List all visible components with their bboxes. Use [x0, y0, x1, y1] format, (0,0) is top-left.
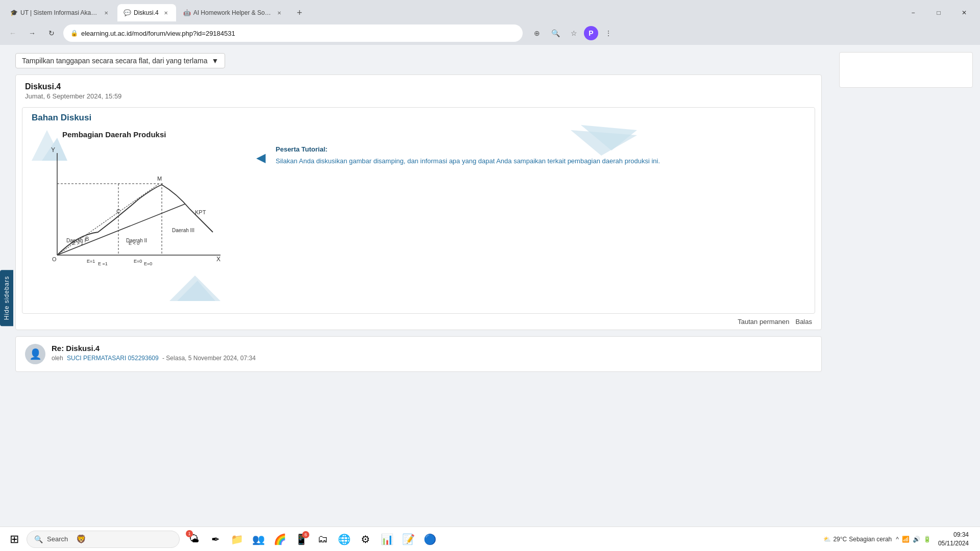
- taskbar-app-explorer[interactable]: 📁: [227, 529, 247, 549]
- taskbar-app-edge[interactable]: 🌐: [334, 529, 354, 549]
- dropdown-arrow-icon: ▼: [211, 57, 218, 65]
- taskbar-app-word[interactable]: 📝: [398, 529, 419, 549]
- arrow-icon: ◀: [256, 151, 265, 276]
- wifi-icon[interactable]: 📶: [902, 536, 910, 543]
- taskbar-app-excel[interactable]: 📊: [377, 529, 397, 549]
- maximize-button[interactable]: □: [927, 5, 950, 20]
- svg-text:E=0: E=0: [134, 259, 142, 264]
- start-button[interactable]: ⊞: [4, 529, 24, 549]
- main-content: Tampilkan tanggapan secara secara flat, …: [0, 45, 832, 551]
- tab-ut-sistem[interactable]: 🎓 UT | Sistem Informasi Akademik ✕: [4, 4, 116, 21]
- taskbar-app-widgets[interactable]: 🌤 1: [184, 529, 204, 549]
- tab-diskusi4[interactable]: 💬 Diskusi.4 ✕: [117, 4, 176, 21]
- lock-icon: 🔒: [70, 30, 78, 37]
- page-content: Hide sidebars Tampilkan tanggapan secara…: [0, 45, 980, 551]
- svg-text:M: M: [157, 176, 162, 182]
- excel-icon: 📊: [381, 533, 394, 545]
- taskbar: ⊞ 🔍 Search 🦁 🌤 1 ✒ 📁 👥 🌈 📱 6 �: [0, 527, 980, 551]
- reply-author-link[interactable]: SUCI PERMATASARI 052293609: [67, 355, 159, 362]
- taskbar-app-files[interactable]: 🗂: [312, 529, 333, 549]
- zoom-button[interactable]: 🔍: [547, 25, 564, 41]
- colorful-icon: 🌈: [274, 533, 286, 545]
- new-tab-button[interactable]: +: [292, 6, 307, 20]
- reply-link[interactable]: Balas: [795, 318, 812, 325]
- samba-logo: 🦁: [76, 534, 86, 544]
- svg-line-26: [57, 184, 159, 255]
- svg-text:O: O: [52, 256, 57, 262]
- reply-post: 👤 Re: Diskusi.4 oleh SUCI PERMATASARI 05…: [15, 336, 822, 372]
- tab-close-1[interactable]: ✕: [102, 9, 110, 17]
- avatar: 👤: [25, 344, 45, 364]
- discussion-text: Peserta Tutorial: Silakan Anda diskusika…: [276, 130, 805, 276]
- hide-sidebars-button[interactable]: Hide sidebars: [0, 270, 13, 326]
- chevron-icon[interactable]: ^: [896, 536, 899, 543]
- taskbar-app-settings[interactable]: ⚙: [355, 529, 376, 549]
- weather-temp: 29°C: [833, 536, 847, 543]
- svg-text:E=1: E=1: [87, 259, 95, 264]
- battery-icon[interactable]: 🔋: [923, 536, 931, 543]
- post-date: Jumat, 6 September 2024, 15:59: [25, 92, 812, 100]
- taskbar-weather[interactable]: ⛅ 29°C Sebagian cerah: [823, 536, 892, 543]
- taskbar-app-teams[interactable]: 👥: [248, 529, 268, 549]
- refresh-button[interactable]: ↻: [44, 26, 59, 41]
- chrome-icon: 🔵: [424, 533, 436, 545]
- tab-title-3: AI Homework Helper & Solver: [193, 9, 272, 16]
- taskbar-app-feather[interactable]: ✒: [205, 529, 226, 549]
- taskbar-clock[interactable]: 09:34 05/11/2024: [935, 531, 972, 548]
- tab-ai-homework[interactable]: 🤖 AI Homework Helper & Solver ✕: [177, 4, 289, 21]
- url-text: elearning.ut.ac.id/mod/forum/view.php?id…: [81, 30, 516, 37]
- taskbar-app-phone[interactable]: 📱 6: [291, 529, 311, 549]
- tab-bar: 🎓 UT | Sistem Informasi Akademik ✕ 💬 Dis…: [0, 0, 980, 21]
- browser-chrome: 🎓 UT | Sistem Informasi Akademik ✕ 💬 Dis…: [0, 0, 980, 45]
- back-button[interactable]: ←: [5, 26, 20, 41]
- url-bar[interactable]: 🔒 elearning.ut.ac.id/mod/forum/view.php?…: [63, 24, 523, 42]
- sort-dropdown[interactable]: Tampilkan tanggapan secara secara flat, …: [15, 53, 225, 68]
- notification-badge: 1: [186, 530, 193, 537]
- svg-line-25: [57, 204, 185, 255]
- taskbar-app-colorful[interactable]: 🌈: [270, 529, 290, 549]
- search-text: Search: [47, 535, 68, 543]
- chart-title: Pembagian Daerah Produksi: [62, 130, 246, 139]
- tab-close-3[interactable]: ✕: [275, 9, 283, 17]
- close-button[interactable]: ✕: [952, 5, 976, 20]
- files-icon: 🗂: [317, 533, 328, 545]
- right-sidebar: [832, 45, 980, 551]
- window-controls: − □ ✕: [901, 5, 976, 20]
- svg-text:Daerah III: Daerah III: [172, 228, 194, 233]
- deco-shape-bottom: [32, 276, 805, 306]
- svg-text:E=0: E=0: [144, 261, 152, 266]
- profile-button[interactable]: P: [584, 26, 598, 40]
- bahan-diskusi-title: Bahan Diskusi: [32, 113, 805, 123]
- deco-shape-right: [571, 125, 637, 163]
- volume-icon[interactable]: 🔊: [913, 536, 920, 543]
- taskbar-right: ⛅ 29°C Sebagian cerah ^ 📶 🔊 🔋 09:34 05/1…: [823, 531, 976, 548]
- clock-date: 05/11/2024: [938, 539, 969, 548]
- minimize-button[interactable]: −: [901, 5, 925, 20]
- translate-button[interactable]: ⊕: [529, 25, 545, 41]
- tab-favicon-1: 🎓: [10, 9, 17, 16]
- reply-content: Re: Diskusi.4 oleh SUCI PERMATASARI 0522…: [52, 344, 812, 364]
- post-body: Bahan Diskusi: [22, 107, 815, 314]
- menu-button[interactable]: ⋮: [600, 25, 617, 41]
- edge-icon: 🌐: [338, 533, 351, 545]
- svg-text:E =1: E =1: [98, 261, 108, 266]
- clock-time: 09:34: [953, 531, 969, 539]
- reply-meta-prefix: oleh: [52, 355, 63, 362]
- svg-text:X: X: [216, 256, 220, 263]
- tab-favicon-2: 💬: [124, 9, 131, 16]
- tab-close-2[interactable]: ✕: [162, 9, 170, 17]
- taskbar-app-chrome[interactable]: 🔵: [420, 529, 440, 549]
- permalink-link[interactable]: Tautan permanen: [738, 318, 789, 325]
- production-chart: Y X KPT M C B: [32, 143, 226, 276]
- discussion-label: Peserta Tutorial:: [276, 145, 805, 153]
- forward-button[interactable]: →: [24, 26, 40, 41]
- svg-text:E < 0: E < 0: [129, 241, 139, 246]
- taskbar-search[interactable]: 🔍 Search 🦁: [27, 531, 180, 548]
- bookmark-button[interactable]: ☆: [566, 25, 582, 41]
- reply-meta: oleh SUCI PERMATASARI 052293609 - Selasa…: [52, 355, 812, 362]
- windows-icon: ⊞: [10, 533, 19, 546]
- reply-title: Re: Diskusi.4: [52, 344, 812, 353]
- weather-icon: ⛅: [823, 536, 831, 543]
- svg-text:Y: Y: [51, 146, 55, 154]
- feather-icon: ✒: [211, 533, 220, 545]
